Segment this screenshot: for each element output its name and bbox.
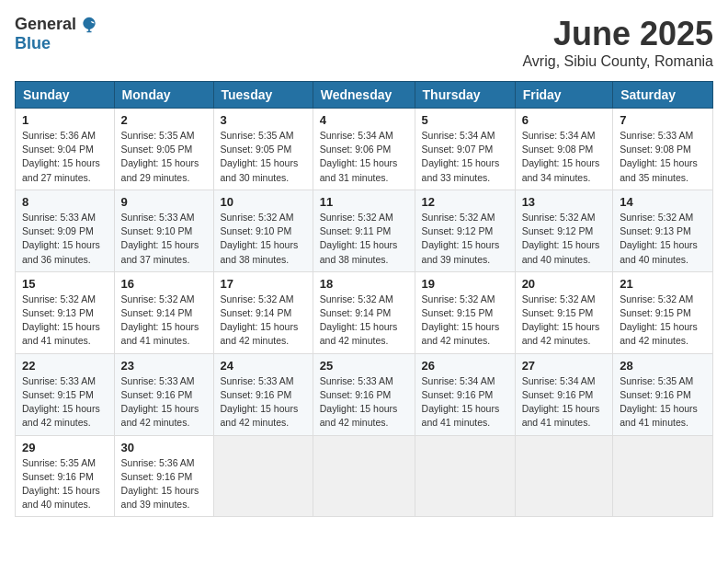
daylight-text: Daylight: 15 hours and 33 minutes.: [422, 156, 508, 184]
calendar-cell: 28Sunrise: 5:35 AMSunset: 9:16 PMDayligh…: [613, 353, 713, 435]
day-info: Sunrise: 5:32 AMSunset: 9:12 PMDaylight:…: [422, 211, 508, 267]
day-info: Sunrise: 5:34 AMSunset: 9:16 PMDaylight:…: [522, 374, 607, 431]
sunset-text: Sunset: 9:16 PM: [422, 388, 508, 402]
day-number: 28: [620, 359, 706, 373]
daylight-text: Daylight: 15 hours and 39 minutes.: [422, 238, 508, 266]
sunset-text: Sunset: 9:16 PM: [121, 388, 207, 402]
day-number: 18: [320, 277, 408, 291]
day-info: Sunrise: 5:32 AMSunset: 9:15 PMDaylight:…: [620, 293, 706, 349]
daylight-text: Daylight: 15 hours and 30 minutes.: [221, 156, 306, 184]
daylight-text: Daylight: 15 hours and 40 minutes.: [620, 238, 706, 266]
daylight-text: Daylight: 15 hours and 40 minutes.: [522, 238, 607, 266]
day-number: 21: [620, 277, 706, 291]
location-subtitle: Avrig, Sibiu County, Romania: [522, 53, 713, 70]
calendar-cell: 14Sunrise: 5:32 AMSunset: 9:13 PMDayligh…: [613, 190, 713, 271]
sunrise-text: Sunrise: 5:35 AM: [221, 129, 306, 143]
day-number: 5: [422, 113, 508, 127]
day-number: 25: [320, 359, 408, 373]
sunset-text: Sunset: 9:09 PM: [22, 224, 108, 238]
col-wednesday: Wednesday: [313, 82, 415, 109]
sunset-text: Sunset: 9:14 PM: [320, 306, 408, 320]
daylight-text: Daylight: 15 hours and 42 minutes.: [221, 320, 306, 348]
daylight-text: Daylight: 15 hours and 42 minutes.: [320, 402, 408, 430]
daylight-text: Daylight: 15 hours and 41 minutes.: [121, 320, 207, 348]
day-info: Sunrise: 5:33 AMSunset: 9:10 PMDaylight:…: [121, 211, 207, 267]
day-number: 13: [522, 195, 607, 209]
day-number: 8: [22, 195, 108, 209]
day-info: Sunrise: 5:36 AMSunset: 9:04 PMDaylight:…: [22, 129, 108, 185]
sunrise-text: Sunrise: 5:33 AM: [121, 211, 207, 224]
calendar-cell: 30Sunrise: 5:36 AMSunset: 9:16 PMDayligh…: [114, 435, 213, 517]
sunrise-text: Sunrise: 5:33 AM: [620, 129, 706, 143]
sunset-text: Sunset: 9:08 PM: [620, 143, 706, 156]
daylight-text: Daylight: 15 hours and 40 minutes.: [22, 484, 108, 511]
day-number: 3: [221, 113, 306, 127]
sunrise-text: Sunrise: 5:32 AM: [320, 211, 408, 224]
day-info: Sunrise: 5:36 AMSunset: 9:16 PMDaylight:…: [121, 456, 207, 512]
calendar-week-row: 8Sunrise: 5:33 AMSunset: 9:09 PMDaylight…: [16, 190, 713, 271]
daylight-text: Daylight: 15 hours and 41 minutes.: [422, 402, 508, 430]
day-number: 10: [221, 195, 306, 209]
day-number: 7: [620, 113, 706, 127]
day-number: 14: [620, 195, 706, 209]
daylight-text: Daylight: 15 hours and 41 minutes.: [620, 402, 706, 430]
calendar-cell: 9Sunrise: 5:33 AMSunset: 9:10 PMDaylight…: [114, 190, 213, 271]
calendar-cell: 11Sunrise: 5:32 AMSunset: 9:11 PMDayligh…: [313, 190, 415, 271]
col-friday: Friday: [515, 82, 613, 109]
calendar-cell: 20Sunrise: 5:32 AMSunset: 9:15 PMDayligh…: [515, 271, 613, 353]
sunset-text: Sunset: 9:11 PM: [320, 224, 408, 238]
day-number: 17: [221, 277, 306, 291]
day-number: 30: [121, 441, 207, 454]
sunset-text: Sunset: 9:04 PM: [22, 143, 108, 156]
logo-bird-icon: [80, 16, 98, 34]
sunrise-text: Sunrise: 5:32 AM: [522, 293, 607, 306]
calendar-cell: 25Sunrise: 5:33 AMSunset: 9:16 PMDayligh…: [313, 353, 415, 435]
daylight-text: Daylight: 15 hours and 36 minutes.: [22, 238, 108, 266]
sunset-text: Sunset: 9:16 PM: [620, 388, 706, 402]
day-info: Sunrise: 5:35 AMSunset: 9:16 PMDaylight:…: [22, 456, 108, 512]
day-number: 27: [522, 359, 607, 373]
day-info: Sunrise: 5:32 AMSunset: 9:15 PMDaylight:…: [422, 293, 508, 349]
daylight-text: Daylight: 15 hours and 42 minutes.: [320, 320, 408, 348]
day-number: 23: [121, 359, 207, 373]
calendar-cell: 15Sunrise: 5:32 AMSunset: 9:13 PMDayligh…: [16, 271, 115, 353]
sunrise-text: Sunrise: 5:32 AM: [522, 211, 607, 224]
calendar-cell: 18Sunrise: 5:32 AMSunset: 9:14 PMDayligh…: [313, 271, 415, 353]
sunrise-text: Sunrise: 5:35 AM: [121, 129, 207, 143]
calendar-cell: 4Sunrise: 5:34 AMSunset: 9:06 PMDaylight…: [313, 109, 415, 190]
day-number: 26: [422, 359, 508, 373]
sunrise-text: Sunrise: 5:32 AM: [121, 293, 207, 306]
calendar-cell: [415, 435, 515, 517]
day-info: Sunrise: 5:34 AMSunset: 9:08 PMDaylight:…: [522, 129, 607, 185]
day-info: Sunrise: 5:32 AMSunset: 9:10 PMDaylight:…: [221, 211, 306, 267]
logo-general: General: [15, 15, 76, 34]
daylight-text: Daylight: 15 hours and 29 minutes.: [121, 156, 207, 184]
calendar-cell: 1Sunrise: 5:36 AMSunset: 9:04 PMDaylight…: [16, 109, 115, 190]
day-info: Sunrise: 5:33 AMSunset: 9:16 PMDaylight:…: [221, 374, 306, 431]
sunset-text: Sunset: 9:10 PM: [221, 224, 306, 238]
day-info: Sunrise: 5:32 AMSunset: 9:14 PMDaylight:…: [221, 293, 306, 349]
calendar-cell: [213, 435, 313, 517]
daylight-text: Daylight: 15 hours and 41 minutes.: [522, 402, 607, 430]
daylight-text: Daylight: 15 hours and 35 minutes.: [620, 156, 706, 184]
day-info: Sunrise: 5:34 AMSunset: 9:06 PMDaylight:…: [320, 129, 408, 185]
daylight-text: Daylight: 15 hours and 34 minutes.: [522, 156, 607, 184]
day-info: Sunrise: 5:32 AMSunset: 9:15 PMDaylight:…: [522, 293, 607, 349]
day-info: Sunrise: 5:33 AMSunset: 9:08 PMDaylight:…: [620, 129, 706, 185]
sunrise-text: Sunrise: 5:35 AM: [22, 456, 108, 470]
sunrise-text: Sunrise: 5:33 AM: [121, 374, 207, 388]
calendar-cell: 22Sunrise: 5:33 AMSunset: 9:15 PMDayligh…: [16, 353, 115, 435]
sunset-text: Sunset: 9:16 PM: [522, 388, 607, 402]
sunrise-text: Sunrise: 5:33 AM: [22, 211, 108, 224]
calendar-cell: 26Sunrise: 5:34 AMSunset: 9:16 PMDayligh…: [415, 353, 515, 435]
col-monday: Monday: [114, 82, 213, 109]
daylight-text: Daylight: 15 hours and 42 minutes.: [121, 402, 207, 430]
calendar-cell: 8Sunrise: 5:33 AMSunset: 9:09 PMDaylight…: [16, 190, 115, 271]
daylight-text: Daylight: 15 hours and 42 minutes.: [522, 320, 607, 348]
daylight-text: Daylight: 15 hours and 42 minutes.: [422, 320, 508, 348]
sunset-text: Sunset: 9:15 PM: [620, 306, 706, 320]
sunset-text: Sunset: 9:07 PM: [422, 143, 508, 156]
col-saturday: Saturday: [613, 82, 713, 109]
day-info: Sunrise: 5:35 AMSunset: 9:16 PMDaylight:…: [620, 374, 706, 431]
calendar-week-row: 15Sunrise: 5:32 AMSunset: 9:13 PMDayligh…: [16, 271, 713, 353]
